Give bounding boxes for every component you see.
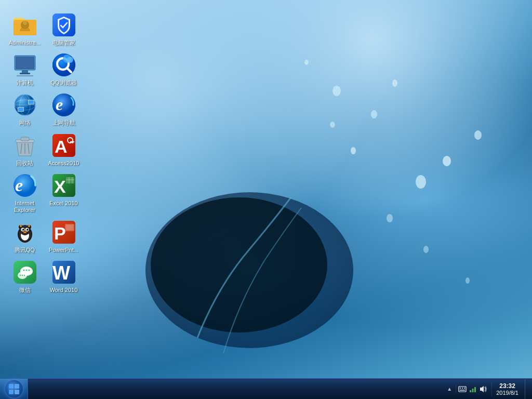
- svg-point-100: [21, 275, 22, 276]
- desktop: Administra...: [0, 0, 532, 399]
- administrator-icon: [12, 12, 37, 37]
- pcmanager-icon: [51, 12, 76, 37]
- network-label: 网络: [19, 119, 31, 126]
- svg-point-9: [304, 60, 309, 65]
- ieguide-label: 上网导航: [52, 119, 75, 126]
- svg-rect-114: [470, 390, 471, 392]
- qqbrowser-label: QQ浏览器: [50, 79, 76, 86]
- desktop-icon-access2010[interactable]: A Access2010: [44, 131, 83, 169]
- tray-speaker-icon[interactable]: [479, 385, 487, 393]
- svg-rect-116: [474, 387, 476, 392]
- svg-text:e: e: [56, 95, 63, 114]
- excel2010-icon: X: [51, 173, 76, 198]
- taskbar-middle: [28, 379, 441, 399]
- svg-rect-111: [462, 388, 463, 389]
- svg-rect-115: [472, 389, 474, 392]
- tencentqq-icon: [12, 220, 37, 245]
- svg-point-10: [330, 122, 335, 128]
- desktop-icon-qqbrowser[interactable]: QQ浏览器: [44, 50, 83, 88]
- svg-rect-26: [20, 73, 30, 74]
- word2010-icon: W: [51, 260, 76, 285]
- svg-point-18: [23, 21, 27, 25]
- svg-text:e: e: [15, 176, 23, 195]
- desktop-icon-tencentqq[interactable]: 腾讯QQ: [5, 218, 44, 256]
- svg-text:P: P: [54, 223, 66, 243]
- pcmanager-label: 电脑管家: [52, 39, 75, 46]
- start-orb: [5, 380, 23, 398]
- ie-label-line2: Explorer: [14, 207, 35, 214]
- desktop-icon-ie[interactable]: e Internet Explorer: [5, 171, 44, 216]
- desktop-icon-word2010[interactable]: W Word 2010: [44, 258, 83, 296]
- svg-point-1: [151, 197, 327, 332]
- svg-point-12: [423, 246, 429, 253]
- svg-rect-109: [459, 387, 466, 392]
- word2010-label: Word 2010: [50, 287, 78, 294]
- tray-network-icon[interactable]: [469, 385, 477, 393]
- svg-point-33: [67, 57, 73, 63]
- svg-rect-105: [9, 384, 14, 389]
- svg-rect-91: [66, 225, 73, 230]
- svg-point-5: [416, 175, 426, 189]
- ie-label-line1: Internet: [15, 200, 34, 207]
- desktop-icon-wechat[interactable]: 微信: [5, 258, 44, 296]
- svg-rect-112: [464, 388, 465, 389]
- desktop-icon-powerpoint[interactable]: P PowerPnt...: [44, 218, 83, 256]
- svg-point-97: [28, 270, 30, 271]
- administrator-label: Administra...: [9, 39, 41, 46]
- svg-point-83: [26, 229, 26, 229]
- access2010-icon: A: [51, 133, 76, 158]
- computer-icon: [12, 52, 37, 77]
- svg-point-101: [23, 275, 24, 276]
- desktop-icon-pcmanager[interactable]: 电脑管家: [44, 10, 83, 48]
- desktop-icon-network[interactable]: 网络: [5, 90, 44, 128]
- svg-point-2: [332, 86, 341, 96]
- tray-keyboard-icon[interactable]: [458, 385, 467, 393]
- excel2010-label: Excel 2010: [49, 200, 77, 207]
- tray-icons-group: [456, 385, 489, 393]
- svg-text:X: X: [54, 177, 66, 196]
- svg-point-0: [145, 192, 353, 348]
- svg-rect-41: [18, 108, 23, 111]
- svg-rect-63: [66, 177, 74, 183]
- start-button[interactable]: [0, 379, 28, 400]
- svg-point-6: [443, 156, 451, 166]
- tencentqq-label: 腾讯QQ: [15, 247, 35, 254]
- svg-point-7: [474, 130, 482, 140]
- svg-point-85: [20, 225, 22, 227]
- svg-text:W: W: [52, 262, 70, 284]
- desktop-icon-ieguide[interactable]: e 上网导航: [44, 90, 83, 128]
- clock-area[interactable]: 23:32 2019/8/1: [491, 382, 523, 396]
- svg-point-82: [22, 229, 22, 229]
- wechat-label: 微信: [19, 287, 31, 294]
- svg-rect-25: [22, 70, 28, 73]
- clock-date: 2019/8/1: [496, 390, 518, 396]
- svg-rect-106: [15, 384, 19, 389]
- svg-rect-24: [17, 58, 33, 68]
- svg-point-96: [25, 270, 27, 271]
- svg-point-8: [392, 79, 397, 87]
- tray-expand-button[interactable]: ▲: [445, 385, 454, 393]
- powerpoint-label: PowerPnt...: [49, 247, 78, 254]
- ieguide-icon: e: [51, 92, 76, 117]
- desktop-icon-recycle[interactable]: 回收站: [5, 131, 44, 169]
- access2010-label: Access2010: [48, 160, 79, 167]
- svg-point-11: [387, 214, 393, 222]
- svg-rect-113: [460, 390, 465, 391]
- desktop-icons-area: Administra...: [0, 5, 88, 303]
- svg-rect-57: [72, 141, 73, 143]
- powerpoint-icon: P: [51, 220, 76, 245]
- svg-point-99: [19, 275, 20, 276]
- recycle-label: 回收站: [16, 160, 33, 167]
- taskbar: ▲: [0, 378, 532, 399]
- recycle-icon: [12, 133, 37, 158]
- taskbar-tray: ▲: [441, 379, 532, 399]
- svg-point-4: [351, 147, 356, 154]
- desktop-icon-computer[interactable]: 计算机: [5, 50, 44, 88]
- show-desktop-button[interactable]: [525, 379, 528, 399]
- desktop-icon-administrator[interactable]: Administra...: [5, 10, 44, 48]
- desktop-icon-excel2010[interactable]: X Excel 2010: [44, 171, 83, 216]
- svg-point-3: [371, 110, 377, 118]
- svg-rect-108: [15, 390, 19, 394]
- network-icon: [12, 92, 37, 117]
- svg-text:A: A: [55, 137, 68, 156]
